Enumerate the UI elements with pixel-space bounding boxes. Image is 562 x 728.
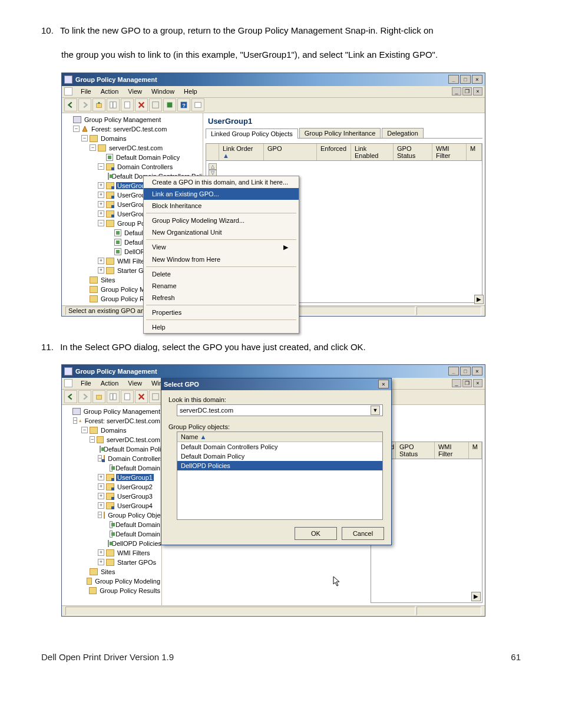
gpo-item-dellopd[interactable]: DellOPD Policies <box>177 461 382 470</box>
expander-icon[interactable]: + <box>98 182 104 189</box>
expander-icon[interactable]: − <box>81 135 88 141</box>
export-button[interactable] <box>163 98 176 111</box>
expander-icon[interactable]: + <box>98 267 104 274</box>
menu-help[interactable]: Help <box>179 87 202 96</box>
cm-modeling-wizard[interactable]: Group Policy Modeling Wizard... <box>144 215 299 226</box>
expander-icon[interactable]: + <box>98 192 104 198</box>
menu-file[interactable]: File <box>76 87 96 96</box>
maximize-button[interactable]: □ <box>460 367 471 375</box>
tree-root[interactable]: Group Policy Management <box>82 408 161 415</box>
tree-dc[interactable]: Domain Controllers <box>116 163 174 170</box>
properties-button[interactable] <box>121 98 134 111</box>
cancel-button[interactable]: Cancel <box>342 527 384 540</box>
menu-action[interactable]: Action <box>96 87 124 96</box>
show-hide-button[interactable] <box>107 390 120 403</box>
cm-new-ou[interactable]: New Organizational Unit <box>144 226 299 238</box>
svg-rect-9 <box>97 396 102 400</box>
step-10-number: 10. <box>41 24 58 37</box>
cm-properties[interactable]: Properties <box>144 307 299 318</box>
ok-button[interactable]: OK <box>295 527 337 540</box>
col-wmi-filter[interactable]: WMI Filter <box>432 144 467 160</box>
cm-rename[interactable]: Rename <box>144 280 299 292</box>
tree-root[interactable]: Group Policy Management <box>83 116 162 123</box>
list-col-name[interactable]: Name ▲ <box>177 432 382 442</box>
maximize-button[interactable]: □ <box>460 75 471 84</box>
minimize-button[interactable]: _ <box>448 367 459 375</box>
cm-delete[interactable]: Delete <box>144 268 299 280</box>
col-link-order[interactable]: Link Order ▲ <box>219 144 264 160</box>
tab-inheritance[interactable]: Group Policy Inheritance <box>299 128 381 138</box>
mdi-restore[interactable]: ❐ <box>462 379 472 387</box>
back-button[interactable] <box>64 98 77 111</box>
help-button[interactable]: ? <box>177 98 190 111</box>
gpo-icon <box>114 248 121 255</box>
cm-block-inheritance[interactable]: Block Inheritance <box>144 200 299 212</box>
mdi-minimize[interactable]: _ <box>452 87 461 95</box>
tab-linked-gpos[interactable]: Linked Group Policy Objects <box>206 129 298 139</box>
scroll-right-button[interactable]: ▶ <box>471 592 481 601</box>
menu-action[interactable]: Action <box>96 378 124 388</box>
expander-icon[interactable]: − <box>90 144 96 151</box>
gpo-item-ddp[interactable]: Default Domain Policy <box>177 452 382 461</box>
mdi-close[interactable]: × <box>473 379 482 387</box>
expander-icon[interactable]: + <box>98 210 104 217</box>
menu-view[interactable]: View <box>123 378 147 388</box>
refresh-button[interactable] <box>149 98 162 111</box>
tree-ug1[interactable]: UserGroup1 <box>116 474 154 481</box>
forward-button[interactable] <box>78 98 91 111</box>
expander-icon[interactable]: − <box>98 220 104 226</box>
col-gpo[interactable]: GPO <box>264 144 317 160</box>
cm-help[interactable]: Help <box>144 321 299 333</box>
tree-domains[interactable]: Domains <box>100 135 127 142</box>
expander-icon[interactable]: − <box>73 126 80 132</box>
scroll-right-button[interactable]: ▶ <box>474 295 484 304</box>
cm-link-existing-gpo[interactable]: Link an Existing GPO... <box>144 188 299 200</box>
expander-icon[interactable]: − <box>98 163 104 170</box>
modeling-icon <box>90 286 98 293</box>
tree-ddp[interactable]: Default Domain Policy <box>115 154 181 161</box>
tree-pane[interactable]: Group Policy Management −Forest: serverD… <box>62 405 162 605</box>
move-up-button[interactable]: △ <box>209 163 217 170</box>
mdi-minimize[interactable]: _ <box>452 379 461 387</box>
extra-button[interactable] <box>191 98 204 111</box>
up-button[interactable] <box>92 390 105 403</box>
col-link-enabled[interactable]: Link Enabled <box>351 144 394 160</box>
up-button[interactable] <box>92 98 105 111</box>
properties-button[interactable] <box>121 390 134 403</box>
close-button[interactable]: × <box>472 367 482 375</box>
menu-window[interactable]: Window <box>147 87 179 96</box>
menu-view[interactable]: View <box>123 87 147 96</box>
close-button[interactable]: × <box>472 75 482 84</box>
col-gpo-status[interactable]: GPO Status <box>394 144 432 160</box>
list-header: Link Order ▲ GPO Enforced Link Enabled G… <box>206 143 482 161</box>
cm-refresh[interactable]: Refresh <box>144 292 299 304</box>
gpo-item-ddcp[interactable]: Default Domain Controllers Policy <box>177 442 382 452</box>
cm-view[interactable]: View▶ <box>144 241 299 253</box>
refresh-button[interactable] <box>149 390 162 403</box>
expander-icon[interactable]: + <box>98 201 104 207</box>
menu-file[interactable]: File <box>76 378 96 388</box>
show-hide-button[interactable] <box>107 98 120 111</box>
expander-icon[interactable]: + <box>98 258 104 264</box>
tree-sites[interactable]: Sites <box>100 276 116 284</box>
forward-button[interactable] <box>78 390 91 403</box>
cm-new-window[interactable]: New Window from Here <box>144 253 299 265</box>
tree-domain[interactable]: serverDC.test.com <box>108 144 164 151</box>
col-more[interactable]: M <box>467 144 482 160</box>
domain-combo[interactable]: serverDC.test.com ▼ <box>177 404 383 416</box>
col-enforced[interactable]: Enforced <box>317 144 351 160</box>
mdi-restore[interactable]: ❐ <box>462 87 472 95</box>
mdi-close[interactable]: × <box>473 87 482 95</box>
dialog-close-button[interactable]: × <box>378 380 389 388</box>
back-button[interactable] <box>64 390 77 403</box>
delete-button[interactable] <box>135 390 148 403</box>
minimize-button[interactable]: _ <box>448 75 459 84</box>
cm-create-gpo[interactable]: Create a GPO in this domain, and Link it… <box>144 176 299 188</box>
tab-delegation[interactable]: Delegation <box>382 128 424 138</box>
delete-button[interactable] <box>135 98 148 111</box>
tree-forest[interactable]: Forest: serverDC.test.com <box>90 126 168 133</box>
tree-forest[interactable]: Forest: serverDC.test.com <box>84 417 161 424</box>
gpo-listbox[interactable]: Name ▲ Default Domain Controllers Policy… <box>177 431 383 520</box>
dropdown-icon[interactable]: ▼ <box>371 406 380 415</box>
svg-rect-5 <box>167 103 173 108</box>
